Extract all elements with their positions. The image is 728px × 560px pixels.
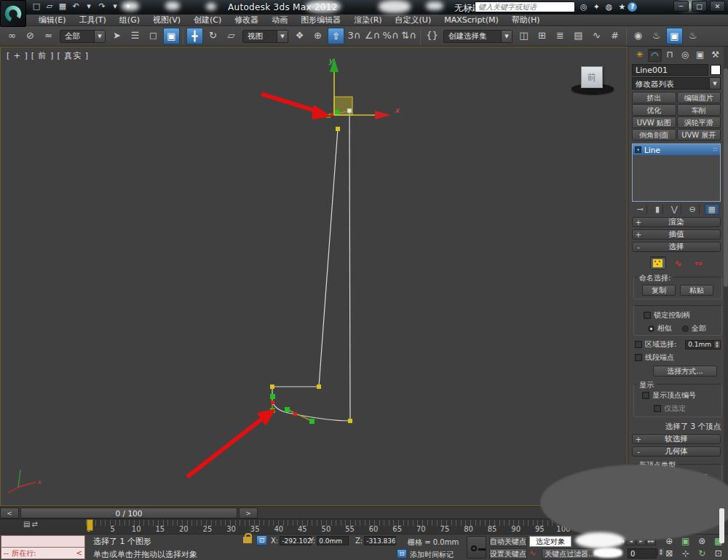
menu-11[interactable]: 帮助(H): [505, 15, 547, 26]
qat-save-file[interactable]: ▦: [57, 1, 68, 12]
win-minimize-button[interactable]: ─: [673, 1, 689, 12]
select-by-button[interactable]: 选择方式...: [653, 366, 717, 376]
search-input[interactable]: [475, 1, 575, 12]
toolbar-percent-snap[interactable]: %∩: [382, 28, 399, 44]
stack-tool-make-unique[interactable]: ⋁: [668, 205, 681, 214]
toolbar-align[interactable]: ⊞: [534, 28, 550, 44]
area-selection-checkbox[interactable]: [635, 341, 642, 348]
vertex-yellow[interactable]: [317, 384, 321, 389]
win-close-button[interactable]: ✕: [710, 1, 725, 12]
vertex-white[interactable]: [347, 109, 352, 113]
nav-zoom-extents[interactable]: ▣: [678, 535, 695, 548]
toolbar-angle-snap[interactable]: ∠∩: [364, 28, 381, 44]
toolbar-select-and-link[interactable]: ∞: [4, 28, 20, 44]
vertex-selected-red[interactable]: [293, 412, 297, 416]
qat-undo[interactable]: ↶: [70, 1, 82, 12]
tab-motion[interactable]: ◎: [678, 49, 692, 62]
rollout-selection[interactable]: - 选择: [632, 242, 721, 252]
key-filters-button[interactable]: 关键点过滤器...: [542, 548, 598, 559]
viewcube-front-face[interactable]: 前: [581, 66, 603, 88]
ic-search-icon[interactable]: ◎: [580, 2, 587, 12]
spline-subobject-button[interactable]: ∾: [691, 256, 707, 269]
stack-tool-pin-stack[interactable]: ⊸: [634, 205, 647, 214]
vertex-yellow[interactable]: [348, 419, 352, 423]
new-key-curve-icon[interactable]: ∿: [529, 548, 536, 558]
all-radio[interactable]: [682, 326, 689, 332]
rollout-rendering[interactable]: + 渲染: [632, 217, 721, 227]
vertex-subobject-button[interactable]: [650, 256, 666, 269]
toolbar-select-and-move[interactable]: ╋: [186, 28, 203, 44]
menu-0[interactable]: 编辑(E): [32, 15, 73, 26]
show-vertex-numbers-checkbox[interactable]: [642, 392, 649, 399]
stack-tool-show-end-result[interactable]: ▮: [652, 205, 663, 214]
object-color-swatch[interactable]: [711, 65, 721, 75]
menu-9[interactable]: 自定义(U): [389, 15, 438, 26]
toolbar-use-pivot-point-center[interactable]: ❖: [291, 28, 308, 44]
toolbar-schematic-view[interactable]: #: [606, 28, 623, 44]
y-field[interactable]: 0.0mm: [317, 536, 349, 545]
time-slider-next[interactable]: >: [239, 508, 258, 518]
reference-coordinate-dropdown[interactable]: 视图 ▼: [242, 30, 288, 43]
qat-undo-caret[interactable]: ▾: [83, 1, 95, 12]
lock-handles-checkbox[interactable]: [644, 312, 651, 319]
qat-open-file[interactable]: ▱: [44, 1, 55, 12]
selection-lock-icon[interactable]: [243, 537, 252, 543]
object-name-field[interactable]: Line001: [632, 64, 708, 76]
vertex-handle-green[interactable]: [285, 407, 290, 412]
modifier-button-2[interactable]: 优化: [632, 104, 676, 116]
tab-display[interactable]: ▣: [693, 49, 707, 62]
z-field[interactable]: -313.836mm: [364, 536, 396, 545]
spline-segment[interactable]: [319, 129, 338, 387]
toolbar-layer-manager[interactable]: ≣: [552, 28, 569, 44]
vertex-yellow[interactable]: [336, 127, 340, 131]
time-slider-display[interactable]: 0 / 100: [20, 508, 237, 518]
selection-set-dropdown[interactable]: 选定对象: [529, 536, 571, 547]
toolbar-material-editor[interactable]: ◉: [630, 28, 646, 44]
help-icon[interactable]: ?: [628, 2, 637, 12]
selected-only-checkbox[interactable]: [654, 405, 661, 412]
nav-zoom-all[interactable]: ⊛: [694, 535, 711, 548]
toolbar-select-object[interactable]: ➤: [108, 28, 125, 44]
set-keys-button[interactable]: [467, 536, 486, 559]
scrollbar-thumb[interactable]: [724, 68, 728, 287]
ic-favorites-icon[interactable]: ★: [618, 2, 625, 12]
nav-maximize-viewport-toggle[interactable]: ⊡: [711, 548, 727, 560]
toolbar-snaps-toggle-3[interactable]: 3∩: [346, 28, 363, 44]
modifier-button-0[interactable]: 挤出: [632, 92, 676, 103]
menu-3[interactable]: 视图(V): [146, 15, 187, 26]
menu-6[interactable]: 动画: [265, 15, 294, 26]
toolbar-select-and-rotate[interactable]: ↻: [205, 28, 221, 44]
rollout-interpolation[interactable]: + 插值: [632, 229, 721, 240]
spinner-arrows-icon[interactable]: ▲▼: [713, 341, 720, 348]
toolbar-spinner-snap[interactable]: ⇅∩: [400, 28, 417, 44]
listener-expand-icon[interactable]: <: [76, 548, 82, 559]
toolbar-rectangular-selection-region[interactable]: ◻: [145, 28, 162, 44]
qat-new-file[interactable]: □: [31, 1, 42, 12]
maxscript-mini-listener[interactable]: -- 所在行: <: [1, 535, 85, 560]
modifier-stack[interactable]: • Line ∷: [632, 143, 721, 202]
toolbar-graphite-modeling-tools[interactable]: ▤: [570, 28, 587, 44]
toolbar-render-production[interactable]: ♨: [684, 28, 701, 44]
vertex-selected-red[interactable]: [331, 113, 333, 116]
toolbar-rendered-frame-window[interactable]: ▣: [666, 28, 683, 44]
nav-pan[interactable]: ⊹: [678, 548, 695, 560]
menu-4[interactable]: 创建(C): [187, 15, 228, 26]
tab-utilities[interactable]: ⚒: [708, 49, 722, 62]
menu-10[interactable]: MAXScript(M): [438, 15, 505, 26]
ic-communication-center-icon[interactable]: ◍: [606, 2, 613, 12]
toolbar-select-and-scale[interactable]: ▱: [223, 28, 240, 44]
toolbar-mirror[interactable]: ◫: [515, 28, 532, 44]
tab-hierarchy[interactable]: ⊓: [663, 49, 677, 62]
time-slider-prev[interactable]: <: [0, 508, 19, 518]
stack-tool-configure-modifier-sets[interactable]: ▦: [705, 204, 719, 215]
tab-create[interactable]: ✳: [633, 49, 646, 62]
set-key-button[interactable]: 设置关键点: [489, 548, 527, 559]
trackbar-tool-open-mini-curve-editor[interactable]: ▤: [23, 520, 30, 532]
modifier-button-5[interactable]: 涡轮平滑: [677, 117, 721, 128]
edit-named-selection-sets[interactable]: {}: [424, 28, 440, 44]
vertex-handle-green[interactable]: [335, 110, 339, 114]
vertex-handle-green[interactable]: [270, 394, 275, 399]
modifier-button-1[interactable]: 编辑面片: [677, 92, 721, 103]
toolbar-curve-editor[interactable]: ∿: [588, 28, 605, 44]
modifier-list-dropdown[interactable]: 修改器列表 ▼: [632, 77, 721, 90]
